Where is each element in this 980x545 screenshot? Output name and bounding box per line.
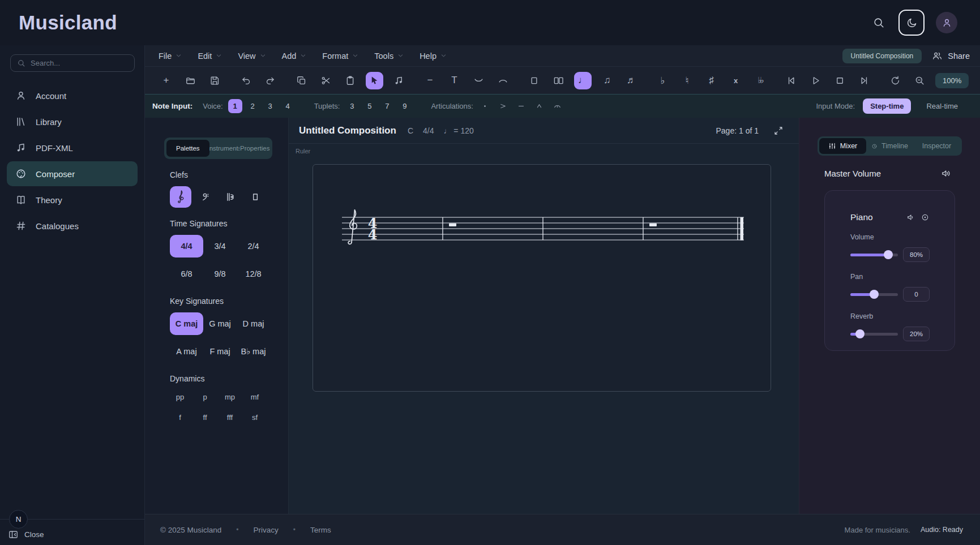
slider-thumb[interactable]: [855, 329, 865, 338]
percussion-clef-button[interactable]: [245, 186, 266, 208]
terms-link[interactable]: Terms: [310, 526, 331, 534]
sixteenth-note-button[interactable]: ♬: [623, 72, 640, 89]
user-avatar-badge[interactable]: N: [9, 510, 28, 529]
undo-button[interactable]: [237, 72, 255, 89]
tab-properties[interactable]: Properties: [239, 140, 270, 157]
slider-thumb[interactable]: [870, 290, 879, 299]
sidebar-item-composer[interactable]: Composer: [7, 161, 138, 186]
natural-button[interactable]: ♮: [678, 72, 696, 89]
time-signature-button[interactable]: 12/8: [237, 263, 270, 285]
copy-button[interactable]: [293, 72, 310, 89]
skip-start-button[interactable]: [782, 72, 800, 89]
speaker-icon[interactable]: [941, 168, 952, 179]
time-signature-button[interactable]: 9/8: [203, 263, 237, 285]
refresh-button[interactable]: [887, 72, 904, 89]
control-slider[interactable]: [850, 254, 898, 256]
staccato-button[interactable]: [478, 100, 491, 113]
menu-item[interactable]: Edit: [198, 52, 222, 61]
key-signature-button[interactable]: G maj: [203, 312, 237, 335]
time-signature-button[interactable]: 4/4: [170, 235, 203, 258]
key-signature-button[interactable]: D maj: [237, 312, 270, 335]
skip-end-button[interactable]: [855, 72, 873, 89]
eighth-note-button[interactable]: ♫: [598, 72, 616, 89]
close-sidebar-button[interactable]: Close: [8, 529, 44, 540]
time-signature-button[interactable]: 2/4: [237, 235, 270, 258]
voice-button[interactable]: 4: [281, 99, 295, 113]
privacy-link[interactable]: Privacy: [253, 526, 278, 534]
dynamic-button[interactable]: fff: [217, 410, 242, 424]
tab-instruments[interactable]: Instruments: [209, 140, 240, 157]
tab-palettes[interactable]: Palettes: [166, 140, 209, 157]
theme-toggle-button[interactable]: [898, 10, 925, 36]
control-value[interactable]: 80%: [903, 247, 930, 262]
tie-button[interactable]: [470, 72, 487, 89]
share-button[interactable]: Share: [932, 50, 970, 61]
paste-button[interactable]: [341, 72, 359, 89]
whole-note-button[interactable]: [525, 72, 543, 89]
redo-button[interactable]: [262, 72, 279, 89]
alto-clef-button[interactable]: [220, 186, 241, 208]
time-signature-button[interactable]: 3/4: [203, 235, 237, 258]
key-signature-button[interactable]: F maj: [203, 340, 237, 363]
sidebar-item-catalogues[interactable]: Catalogues: [7, 213, 138, 238]
control-slider[interactable]: [850, 333, 898, 336]
control-value[interactable]: 0: [903, 287, 930, 302]
slider-thumb[interactable]: [884, 250, 893, 259]
fullscreen-button[interactable]: [773, 125, 784, 136]
stop-button[interactable]: [831, 72, 849, 89]
dynamic-button[interactable]: mp: [217, 390, 242, 404]
bass-clef-button[interactable]: [195, 186, 216, 208]
key-signature-button[interactable]: C maj: [170, 312, 203, 335]
dynamic-button[interactable]: f: [168, 410, 192, 424]
zoom-out-button[interactable]: [911, 72, 928, 89]
menu-item[interactable]: Tools: [374, 52, 404, 61]
menu-item[interactable]: View: [238, 52, 266, 61]
quarter-note-button[interactable]: ♩: [574, 72, 592, 89]
tuplet-button[interactable]: 7: [380, 99, 394, 113]
marcato-button[interactable]: [533, 100, 546, 113]
dynamic-button[interactable]: p: [192, 390, 217, 404]
menu-item[interactable]: File: [159, 52, 182, 61]
voice-button[interactable]: 1: [228, 99, 242, 113]
notes-tool-button[interactable]: [390, 72, 408, 89]
solo-icon[interactable]: [921, 213, 930, 222]
key-signature-button[interactable]: A maj: [170, 340, 203, 363]
open-button[interactable]: [182, 72, 199, 89]
double-sharp-button[interactable]: x: [727, 72, 744, 89]
sharp-button[interactable]: ♯: [703, 72, 720, 89]
search-input[interactable]: [31, 59, 128, 67]
score-page[interactable]: 4 4: [313, 164, 771, 392]
tenuto-button[interactable]: [515, 100, 528, 113]
save-button[interactable]: [206, 72, 224, 89]
control-slider[interactable]: [850, 293, 898, 296]
key-signature-button[interactable]: B♭ maj: [237, 340, 270, 363]
slur-button[interactable]: [494, 72, 512, 89]
control-value[interactable]: 20%: [903, 327, 930, 341]
sidebar-item-library[interactable]: Library: [7, 109, 138, 134]
tuplet-button[interactable]: 9: [397, 99, 412, 113]
mute-icon[interactable]: [906, 213, 915, 222]
dynamic-button[interactable]: mf: [242, 390, 267, 404]
menu-item[interactable]: Add: [282, 52, 307, 61]
double-flat-button[interactable]: ♭♭: [751, 72, 769, 89]
real-time-mode-button[interactable]: Real-time: [919, 98, 965, 114]
accent-button[interactable]: [497, 100, 510, 113]
play-button[interactable]: [807, 72, 824, 89]
select-tool-button[interactable]: [366, 72, 383, 89]
text-tool-button[interactable]: T: [446, 72, 463, 89]
tab-timeline[interactable]: Timeline: [866, 138, 913, 154]
tab-inspector[interactable]: Inspector: [913, 138, 960, 154]
flat-button[interactable]: ♭: [654, 72, 671, 89]
tuplet-button[interactable]: 5: [362, 99, 376, 113]
dynamic-button[interactable]: sf: [242, 410, 267, 424]
tab-mixer[interactable]: Mixer: [819, 138, 866, 154]
cut-button[interactable]: [317, 72, 335, 89]
menu-item[interactable]: Format: [322, 52, 358, 61]
zoom-in-button[interactable]: [975, 72, 980, 89]
treble-clef-button[interactable]: [170, 186, 191, 208]
tuplet-button[interactable]: 3: [345, 99, 359, 113]
account-avatar-button[interactable]: [936, 12, 957, 33]
voice-button[interactable]: 2: [246, 99, 260, 113]
breve-note-button[interactable]: [550, 72, 567, 89]
sidebar-item-account[interactable]: Account: [7, 83, 138, 108]
